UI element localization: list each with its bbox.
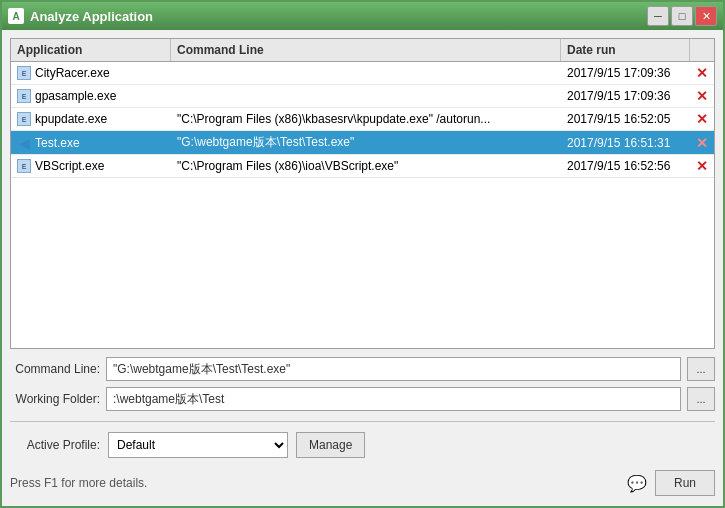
delete-cell[interactable]: ✕ xyxy=(690,132,714,154)
profile-select[interactable]: Default xyxy=(108,432,288,458)
run-button[interactable]: Run xyxy=(655,470,715,496)
command-line-label: Command Line: xyxy=(10,362,100,376)
table-header: Application Command Line Date run xyxy=(11,39,714,62)
working-folder-browse-button[interactable]: ... xyxy=(687,387,715,411)
table-row[interactable]: E kpupdate.exe "C:\Program Files (x86)\k… xyxy=(11,108,714,131)
delete-icon[interactable]: ✕ xyxy=(696,135,708,151)
date-run-cell: 2017/9/15 16:52:56 xyxy=(561,156,690,176)
app-name-cell: E CityRacer.exe xyxy=(11,63,171,83)
form-section: Command Line: ... Working Folder: ... Ac… xyxy=(10,357,715,458)
minimize-button[interactable]: ─ xyxy=(647,6,669,26)
titlebar-buttons: ─ □ ✕ xyxy=(647,6,717,26)
table-body: E CityRacer.exe 2017/9/15 17:09:36 ✕ E g… xyxy=(11,62,714,348)
titlebar: A Analyze Application ─ □ ✕ xyxy=(2,2,723,30)
delete-icon[interactable]: ✕ xyxy=(696,111,708,127)
close-button[interactable]: ✕ xyxy=(695,6,717,26)
delete-icon[interactable]: ✕ xyxy=(696,88,708,104)
bottom-right: 💬 Run xyxy=(627,470,715,496)
col-header-application: Application xyxy=(11,39,171,61)
delete-cell[interactable]: ✕ xyxy=(690,108,714,130)
working-folder-input[interactable] xyxy=(106,387,681,411)
exe-icon: E xyxy=(17,112,31,126)
app-name-cell: ◀ Test.exe xyxy=(11,133,171,153)
main-content: Application Command Line Date run E City… xyxy=(2,30,723,506)
date-run-cell: 2017/9/15 17:09:36 xyxy=(561,63,690,83)
delete-cell[interactable]: ✕ xyxy=(690,62,714,84)
command-line-input[interactable] xyxy=(106,357,681,381)
date-run-cell: 2017/9/15 17:09:36 xyxy=(561,86,690,106)
window-icon: A xyxy=(8,8,24,24)
delete-cell[interactable]: ✕ xyxy=(690,155,714,177)
command-line-cell: "G:\webtgame版本\Test\Test.exe" xyxy=(171,131,561,154)
app-name: VBScript.exe xyxy=(35,159,104,173)
exe-icon: E xyxy=(17,159,31,173)
exe-icon: E xyxy=(17,89,31,103)
bottom-bar: Press F1 for more details. 💬 Run xyxy=(10,466,715,498)
date-run-cell: 2017/9/15 16:52:05 xyxy=(561,109,690,129)
delete-icon[interactable]: ✕ xyxy=(696,65,708,81)
command-line-browse-button[interactable]: ... xyxy=(687,357,715,381)
date-run-cell: 2017/9/15 16:51:31 xyxy=(561,133,690,153)
maximize-button[interactable]: □ xyxy=(671,6,693,26)
table-row[interactable]: ◀ Test.exe "G:\webtgame版本\Test\Test.exe"… xyxy=(11,131,714,155)
help-text: Press F1 for more details. xyxy=(10,476,147,490)
window-title: Analyze Application xyxy=(30,9,647,24)
app-name: gpasample.exe xyxy=(35,89,116,103)
table-row[interactable]: E gpasample.exe 2017/9/15 17:09:36 ✕ xyxy=(11,85,714,108)
app-name: kpupdate.exe xyxy=(35,112,107,126)
working-folder-label: Working Folder: xyxy=(10,392,100,406)
manage-button[interactable]: Manage xyxy=(296,432,365,458)
command-line-cell xyxy=(171,70,561,76)
col-header-delete xyxy=(690,39,714,61)
col-header-date-run: Date run xyxy=(561,39,690,61)
delete-cell[interactable]: ✕ xyxy=(690,85,714,107)
app-name: Test.exe xyxy=(35,136,80,150)
delete-icon[interactable]: ✕ xyxy=(696,158,708,174)
comment-icon[interactable]: 💬 xyxy=(627,474,647,493)
app-name-cell: E VBScript.exe xyxy=(11,156,171,176)
divider xyxy=(10,421,715,422)
command-line-cell: "C:\Program Files (x86)\kbasesrv\kpupdat… xyxy=(171,109,561,129)
col-header-command-line: Command Line xyxy=(171,39,561,61)
exe-icon: E xyxy=(17,66,31,80)
app-name-cell: E gpasample.exe xyxy=(11,86,171,106)
app-name-cell: E kpupdate.exe xyxy=(11,109,171,129)
command-line-cell: "C:\Program Files (x86)\ioa\VBScript.exe… xyxy=(171,156,561,176)
main-window: A Analyze Application ─ □ ✕ Application … xyxy=(0,0,725,508)
arrow-icon: ◀ xyxy=(17,136,31,150)
active-profile-label: Active Profile: xyxy=(10,438,100,452)
command-line-cell xyxy=(171,93,561,99)
profile-row: Active Profile: Default Manage xyxy=(10,432,715,458)
application-table: Application Command Line Date run E City… xyxy=(10,38,715,349)
working-folder-row: Working Folder: ... xyxy=(10,387,715,411)
table-row[interactable]: E VBScript.exe "C:\Program Files (x86)\i… xyxy=(11,155,714,178)
app-name: CityRacer.exe xyxy=(35,66,110,80)
table-row[interactable]: E CityRacer.exe 2017/9/15 17:09:36 ✕ xyxy=(11,62,714,85)
command-line-row: Command Line: ... xyxy=(10,357,715,381)
